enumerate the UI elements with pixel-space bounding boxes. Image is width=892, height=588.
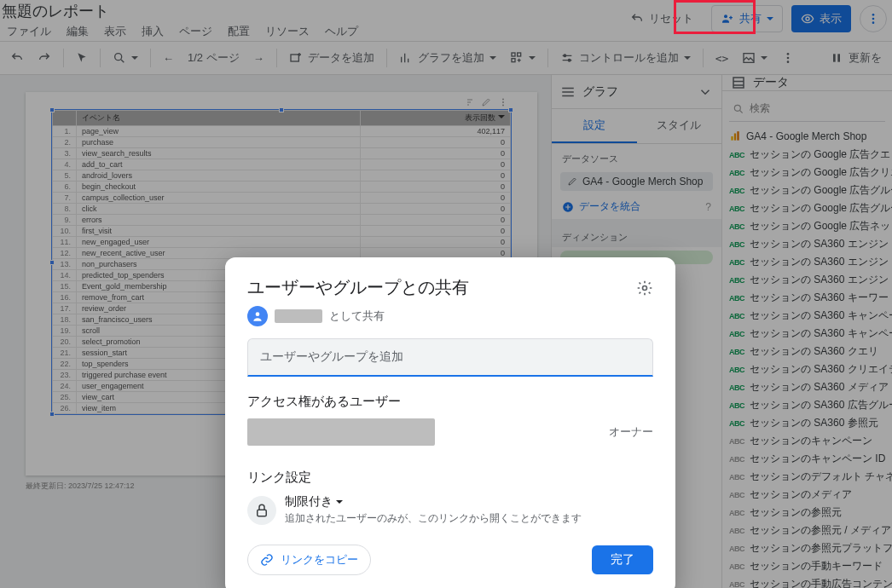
link-section-title: リンク設定 (247, 470, 653, 486)
link-access-description: 追加されたユーザーのみが、このリンクから開くことができます (285, 511, 582, 526)
lock-icon (247, 496, 276, 525)
svg-point-28 (256, 312, 260, 316)
copy-link-button[interactable]: リンクをコピー (247, 545, 371, 575)
sharing-as-row: として共有 (247, 306, 653, 326)
done-button[interactable]: 完了 (592, 545, 653, 574)
gear-icon[interactable] (636, 280, 653, 297)
redacted-user (275, 309, 322, 323)
add-people-input[interactable]: ユーザーやグループを追加 (247, 338, 653, 377)
access-section-title: アクセス権があるユーザー (247, 394, 653, 410)
avatar (247, 306, 268, 326)
share-dialog: ユーザーやグループとの共有 として共有 ユーザーやグループを追加 アクセス権があ… (225, 257, 675, 588)
owner-role-label: オーナー (609, 424, 653, 440)
link-access-dropdown[interactable]: 制限付き (285, 494, 582, 510)
redacted-owner (247, 418, 435, 446)
svg-rect-29 (258, 510, 267, 516)
dialog-title: ユーザーやグループとの共有 (247, 276, 636, 299)
link-icon (260, 553, 274, 567)
chevron-down-icon (336, 500, 343, 507)
svg-point-27 (643, 285, 647, 290)
